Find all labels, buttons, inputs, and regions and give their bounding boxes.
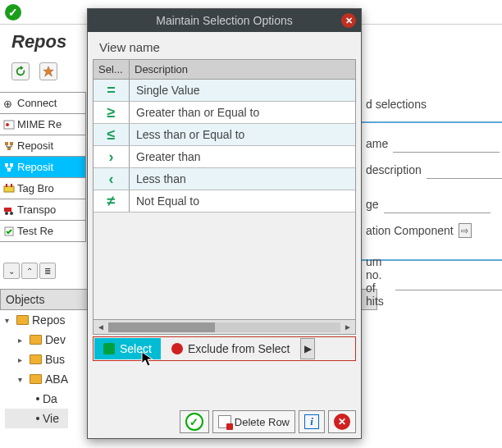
tag-icon	[3, 183, 15, 194]
field-label: ge	[366, 198, 379, 211]
check-icon: ✓	[185, 413, 203, 431]
tree-item[interactable]: Reposit	[0, 157, 86, 178]
operator-icon: ›	[94, 146, 130, 167]
list-icon[interactable]: ≣	[39, 263, 56, 279]
grid-header: Sel... Description	[94, 60, 355, 80]
tree-item[interactable]: Test Re	[0, 221, 86, 242]
option-row[interactable]: ›Greater than	[94, 146, 355, 168]
operator-icon: ≤	[94, 124, 130, 145]
svg-rect-6	[5, 163, 8, 167]
operator-icon: ≥	[94, 102, 130, 123]
col-header-desc[interactable]: Description	[130, 60, 355, 79]
horizontal-scrollbar[interactable]: ◄ ►	[94, 319, 355, 334]
tree-item[interactable]: Vie	[5, 409, 68, 428]
tree-item[interactable]: ▸Bus	[5, 350, 68, 369]
objects-tree: ▾Repos ▸Dev ▸Bus ▾ABA Da Vie	[5, 310, 68, 428]
name-input[interactable]	[393, 135, 500, 153]
cancel-icon: ✕	[334, 414, 350, 430]
svg-rect-8	[7, 168, 11, 171]
tab-exclude[interactable]: Exclude from Select	[162, 338, 299, 359]
left-nav-tree: ⊕Connect MIME Re Reposit Reposit Tag Bro…	[0, 92, 86, 242]
favorite-icon[interactable]	[39, 62, 57, 80]
info-button[interactable]: i	[299, 410, 325, 433]
tree-item[interactable]: Tag Bro	[0, 178, 86, 199]
svg-point-14	[10, 212, 13, 215]
option-row[interactable]: ≤Less than or Equal to	[94, 124, 355, 146]
folder-icon	[30, 374, 42, 384]
col-header-sel[interactable]: Sel...	[94, 60, 130, 79]
options-grid: Sel... Description =Single Value≥Greater…	[93, 59, 356, 335]
field-label: um no. of hits	[366, 255, 390, 308]
grid-empty-area	[94, 213, 355, 319]
view-name-label: View name	[93, 37, 356, 57]
expand-icon[interactable]: ⌄	[3, 263, 20, 279]
confirm-button[interactable]: ✓	[180, 410, 209, 433]
field-label: ation Component	[366, 224, 454, 237]
svg-rect-7	[10, 163, 13, 167]
cancel-button[interactable]: ✕	[328, 410, 356, 433]
include-exclude-tabs: Select Exclude from Select ▶	[93, 336, 356, 361]
ok-icon[interactable]: ✓	[5, 4, 21, 21]
test-icon	[3, 226, 15, 237]
option-label: Less than or Equal to	[130, 128, 355, 141]
svg-rect-11	[11, 184, 12, 187]
refresh-icon[interactable]	[11, 62, 30, 80]
svg-point-13	[5, 212, 8, 215]
option-label: Not Equal to	[130, 194, 355, 208]
dialog-titlebar[interactable]: Maintain Selection Options ✕	[88, 9, 361, 32]
repo-icon	[3, 162, 15, 173]
tree-item[interactable]: Reposit	[0, 135, 86, 157]
svg-marker-0	[43, 66, 53, 76]
scroll-left-icon[interactable]: ◄	[94, 321, 108, 334]
exclude-icon	[171, 343, 183, 354]
dialog-title: Maintain Selection Options	[156, 14, 293, 27]
tree-toolbar: ⌄ ⌃ ≣	[3, 263, 56, 282]
tab-scroll-right-icon[interactable]: ▶	[300, 338, 315, 359]
tree-item[interactable]: Da	[5, 389, 68, 409]
transport-icon	[3, 204, 15, 216]
maintain-selection-dialog: Maintain Selection Options ✕ View name S…	[87, 8, 362, 439]
maxhits-input[interactable]	[395, 272, 502, 290]
include-icon	[103, 343, 115, 354]
option-row[interactable]: ≥Greater than or Equal to	[94, 102, 355, 124]
repo-toolbar	[11, 62, 57, 80]
delete-row-icon	[218, 415, 231, 428]
folder-icon	[30, 354, 42, 364]
svg-rect-4	[10, 142, 13, 145]
scroll-right-icon[interactable]: ►	[340, 321, 355, 334]
tab-select[interactable]: Select	[94, 338, 161, 359]
multi-select-icon[interactable]: ⇨	[459, 223, 472, 238]
operator-icon: ‹	[94, 168, 130, 190]
repo-icon	[3, 140, 15, 152]
tree-item[interactable]: MIME Re	[0, 114, 86, 135]
section-header: d selections	[361, 92, 502, 117]
tree-item[interactable]: Transpo	[0, 199, 86, 221]
tree-item[interactable]: ▾ABA	[5, 369, 68, 389]
scrollbar-thumb[interactable]	[108, 322, 215, 332]
page-title: Repos	[11, 31, 66, 53]
dialog-footer: ✓ Delete Row i ✕	[180, 410, 356, 433]
svg-rect-12	[4, 208, 11, 212]
desc-input[interactable]	[427, 161, 502, 179]
collapse-icon[interactable]: ⌃	[21, 263, 38, 279]
pkg-input[interactable]	[384, 195, 491, 213]
delete-row-button[interactable]: Delete Row	[212, 410, 295, 433]
svg-rect-3	[5, 142, 8, 145]
tree-item[interactable]: ▸Dev	[5, 330, 68, 350]
tree-item[interactable]: ⊕Connect	[0, 93, 86, 114]
option-row[interactable]: ‹Less than	[94, 168, 355, 190]
svg-point-2	[6, 123, 9, 126]
tree-item[interactable]: ▾Repos	[5, 310, 68, 330]
field-label: description	[366, 163, 422, 176]
operator-icon: =	[94, 80, 130, 101]
svg-rect-5	[7, 147, 11, 150]
close-icon[interactable]: ✕	[341, 13, 356, 28]
connector-icon: ⊕	[3, 98, 15, 109]
tab-label: Select	[120, 342, 152, 355]
svg-rect-9	[4, 186, 14, 192]
option-row[interactable]: ≠Not Equal to	[94, 190, 355, 213]
option-row[interactable]: =Single Value	[94, 80, 355, 102]
right-panel: d selections ame description ge ation Co…	[361, 92, 502, 295]
folder-icon	[16, 315, 29, 325]
svg-rect-10	[6, 184, 7, 187]
